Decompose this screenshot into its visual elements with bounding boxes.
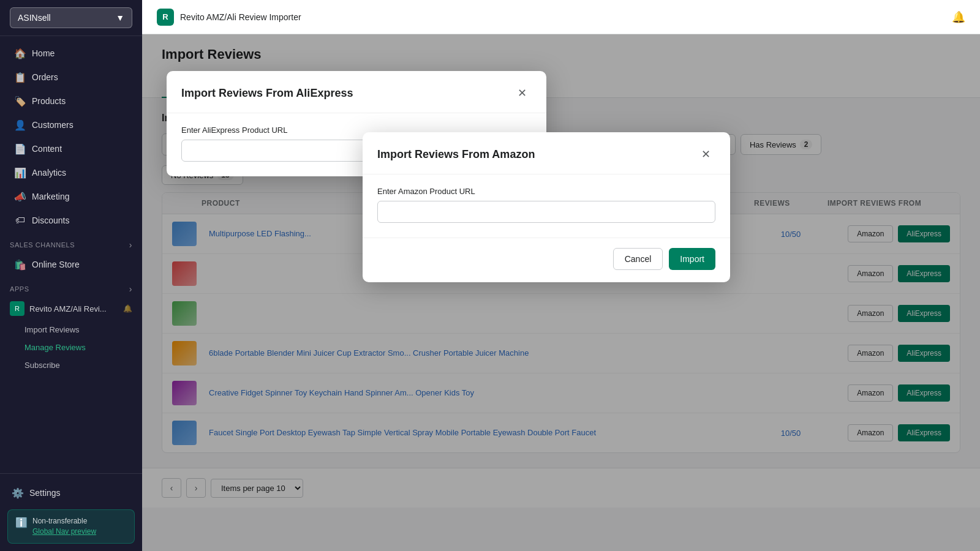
sidebar-label-customers: Customers xyxy=(32,120,74,130)
sidebar-label-analytics: Analytics xyxy=(32,168,66,178)
bell-icon[interactable]: 🔔 xyxy=(952,10,965,24)
sidebar-label-discounts: Discounts xyxy=(32,216,69,225)
sidebar-item-subscribe[interactable]: Subscribe xyxy=(24,356,142,374)
sidebar-item-online-store[interactable]: 🛍️ Online Store xyxy=(5,253,137,276)
app-revito-label: Revito AMZ/Ali Revi... xyxy=(29,304,107,313)
sidebar-item-discounts[interactable]: 🏷 Discounts xyxy=(5,209,137,232)
sidebar-label-products: Products xyxy=(32,96,66,106)
main-content: R Revito AMZ/Ali Review Importer 🔔 Impor… xyxy=(142,0,980,551)
modal-aliexpress-title: Import Reviews From AliExpress xyxy=(181,87,353,100)
sidebar-label-content: Content xyxy=(32,144,62,154)
marketing-icon: 📣 xyxy=(15,191,26,202)
app-sub-items: Import Reviews Manage Reviews Subscribe xyxy=(0,321,142,374)
sales-channels-section: Sales channels › xyxy=(0,233,142,252)
info-icon: ℹ️ xyxy=(15,517,28,528)
sidebar-navigation: 🏠 Home 📋 Orders 🏷️ Products 👤 Customers … xyxy=(0,36,142,473)
customers-icon: 👤 xyxy=(15,119,26,130)
sidebar-item-marketing[interactable]: 📣 Marketing xyxy=(5,185,137,208)
sidebar-item-manage-reviews[interactable]: Manage Reviews xyxy=(24,339,142,356)
settings-label: Settings xyxy=(29,488,61,498)
sidebar-label-orders: Orders xyxy=(32,72,58,82)
modal-amazon-cancel-button[interactable]: Cancel xyxy=(613,248,663,270)
topbar-right: 🔔 xyxy=(952,10,965,24)
orders-icon: 📋 xyxy=(15,72,26,83)
sidebar-label-marketing: Marketing xyxy=(32,192,69,201)
global-nav-link[interactable]: Global Nav preview xyxy=(32,527,96,536)
store-dropdown-arrow: ▼ xyxy=(116,13,124,23)
modal-aliexpress-header: Import Reviews From AliExpress ✕ xyxy=(167,71,546,113)
page-body: Import Reviews AliExpress & Amazon Setti… xyxy=(142,34,980,551)
sidebar-item-home[interactable]: 🏠 Home xyxy=(5,42,137,65)
modal-aliexpress-close-button[interactable]: ✕ xyxy=(512,83,532,103)
modal-amazon-import-button[interactable]: Import xyxy=(669,248,715,270)
store-dropdown[interactable]: ASINsell ▼ xyxy=(10,7,132,28)
topbar-title: Revito AMZ/Ali Review Importer xyxy=(180,12,301,22)
topbar: R Revito AMZ/Ali Review Importer 🔔 xyxy=(142,0,980,34)
store-selector[interactable]: ASINsell ▼ xyxy=(0,0,142,36)
modal-amazon-body: Enter Amazon Product URL xyxy=(363,174,730,238)
apps-section: Apps › xyxy=(0,277,142,296)
modal-amazon: Import Reviews From Amazon ✕ Enter Amazo… xyxy=(363,132,730,282)
modal-amazon-title: Import Reviews From Amazon xyxy=(377,148,535,161)
products-icon: 🏷️ xyxy=(15,96,26,107)
sidebar-item-orders[interactable]: 📋 Orders xyxy=(5,66,137,89)
sidebar-item-import-reviews[interactable]: Import Reviews xyxy=(24,321,142,339)
app-logo: R xyxy=(157,9,174,26)
sidebar: ASINsell ▼ 🏠 Home 📋 Orders 🏷️ Products 👤… xyxy=(0,0,142,551)
settings-icon: ⚙️ xyxy=(12,487,23,498)
sidebar-label-home: Home xyxy=(32,48,55,58)
revito-app-icon: R xyxy=(10,301,24,316)
discounts-icon: 🏷 xyxy=(15,215,26,226)
modal-amazon-label: Enter Amazon Product URL xyxy=(377,187,715,196)
modal-amazon-footer: Cancel Import xyxy=(363,238,730,282)
sidebar-item-products[interactable]: 🏷️ Products xyxy=(5,89,137,113)
sidebar-item-content[interactable]: 📄 Content xyxy=(5,137,137,160)
apps-arrow: › xyxy=(129,284,132,294)
online-store-icon: 🛍️ xyxy=(15,259,26,270)
non-transferable-banner: ℹ️ Non-transferable Global Nav preview xyxy=(7,509,135,544)
sidebar-label-online-store: Online Store xyxy=(32,260,80,269)
content-icon: 📄 xyxy=(15,143,26,154)
modal-amazon-input[interactable] xyxy=(377,201,715,223)
sidebar-item-analytics[interactable]: 📊 Analytics xyxy=(5,161,137,184)
modal-amazon-close-button[interactable]: ✕ xyxy=(696,144,715,164)
sales-channels-arrow: › xyxy=(129,240,132,250)
home-icon: 🏠 xyxy=(15,48,26,59)
sidebar-item-customers[interactable]: 👤 Customers xyxy=(5,113,137,137)
store-name: ASINsell xyxy=(18,13,51,23)
sidebar-footer: ⚙️ Settings ℹ️ Non-transferable Global N… xyxy=(0,473,142,551)
app-revito-item[interactable]: R Revito AMZ/Ali Revi... 🔔 xyxy=(0,296,142,321)
topbar-left: R Revito AMZ/Ali Review Importer xyxy=(157,9,301,26)
analytics-icon: 📊 xyxy=(15,167,26,178)
notification-icon: 🔔 xyxy=(123,304,132,313)
sidebar-item-settings[interactable]: ⚙️ Settings xyxy=(7,481,135,504)
non-transferable-text: Non-transferable xyxy=(32,517,87,525)
modal-amazon-header: Import Reviews From Amazon ✕ xyxy=(363,132,730,174)
